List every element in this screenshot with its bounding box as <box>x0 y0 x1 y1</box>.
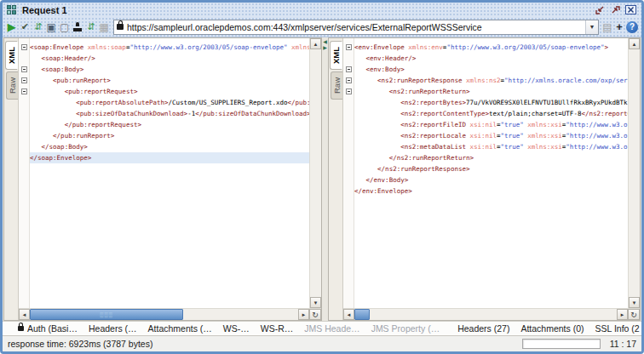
inspector-tab[interactable]: Attachments (0) <box>520 323 584 334</box>
request-vertical-scrollbar[interactable]: ▲ ▼ <box>309 38 321 308</box>
scroll-down-icon[interactable]: ▼ <box>310 297 321 308</box>
request-inspector-tabs: Auth (Basi…Headers (…Attachments (…WS-…W… <box>3 323 451 334</box>
inspector-tab[interactable]: Auth (Basi… <box>18 323 78 334</box>
collapse-right-icon[interactable]: ▶ <box>323 45 327 51</box>
refresh-icon: ↻ <box>630 311 637 319</box>
image-icon: ▣ <box>47 22 56 32</box>
validate-button[interactable]: ✔ <box>20 20 32 35</box>
scroll-left-icon[interactable]: ◄ <box>343 309 354 320</box>
refresh-icon: ↻ <box>312 311 319 319</box>
fold-toggle-icon[interactable] <box>346 77 352 83</box>
fold-toggle-icon[interactable] <box>346 66 352 72</box>
endpoint-combo[interactable]: ▼ <box>113 20 599 35</box>
memory-clock-label: 11 : 17 <box>607 339 636 349</box>
add-endpoint-button[interactable]: + <box>614 20 624 34</box>
request-toolbar: ▶ ✔ ⇵ ▣ ▢ ⇵ ▦ ▼ ▤ + ? <box>3 17 641 37</box>
request-horizontal-scrollbar[interactable]: ◄ ░░░ ► ↻ <box>19 308 321 320</box>
view-tab-raw[interactable]: Raw <box>6 71 18 100</box>
code-line[interactable]: </ns2:runReportReturn> <box>354 152 628 163</box>
scroll-up-icon[interactable]: ▲ <box>310 38 321 49</box>
request-xml-editor[interactable]: <soap:Envelope xmlns:soap="http://www.w3… <box>30 38 309 308</box>
disabled-toolbar-button: ▦ <box>99 20 111 35</box>
code-line[interactable]: <ns2:runReportResponse xmlns:ns2="http:/… <box>354 75 628 86</box>
close-icon[interactable] <box>624 4 637 15</box>
maximize-icon[interactable] <box>609 4 622 15</box>
main-split: XMLRaw <soap:Envelope xmlns:soap="http:/… <box>3 37 641 321</box>
code-line[interactable]: <ns2:reportBytes>77u/VkVORE9SX0lELFNVTU1… <box>354 97 628 108</box>
create-snapshot-button[interactable]: ▣ <box>46 20 58 35</box>
code-line[interactable]: </pub:reportRequest> <box>30 119 309 130</box>
scroll-right-icon[interactable]: ► <box>617 309 628 320</box>
fold-toggle-icon[interactable] <box>21 77 27 83</box>
fold-toggle-icon[interactable] <box>21 88 27 94</box>
fold-toggle-icon[interactable] <box>346 44 352 50</box>
code-line[interactable]: <soap:Header/> <box>30 53 309 64</box>
add-to-mock-button[interactable]: ⇵ <box>85 20 97 35</box>
code-line[interactable]: <ns2:reportLocale xsi:nil="true" xmlns:x… <box>354 130 628 141</box>
submit-request-button[interactable]: ▶ <box>6 20 18 35</box>
code-line[interactable]: </pub:runReport> <box>30 130 309 141</box>
code-line[interactable]: </env:Envelope> <box>354 186 628 197</box>
endpoint-edit-button: ▤ <box>602 20 612 34</box>
scroll-down-icon[interactable]: ▼ <box>629 297 640 308</box>
status-bar: response time: 6923ms (3787 bytes) 11 : … <box>3 335 641 351</box>
code-line[interactable]: </soap:Envelope> <box>30 152 309 163</box>
code-line[interactable]: <ns2:reportContentType>text/plain;charse… <box>354 108 628 119</box>
inspector-tab[interactable]: Headers (… <box>89 323 137 334</box>
code-line[interactable]: </soap:Body> <box>30 141 309 152</box>
code-line[interactable]: <env:Header/> <box>354 53 628 64</box>
code-line[interactable]: <pub:reportRequest> <box>30 86 309 97</box>
scroll-up-icon[interactable]: ▲ <box>629 38 640 49</box>
endpoint-url-input[interactable] <box>127 22 585 32</box>
split-divider[interactable]: ◀ ▶ <box>322 37 328 321</box>
clear-request-button[interactable]: ▢ <box>59 20 71 35</box>
fold-toggle-icon[interactable] <box>346 88 352 94</box>
transfer-arrows-icon: ⇵ <box>34 22 42 31</box>
help-icon: ? <box>626 21 638 33</box>
scrollbar-thumb[interactable]: ░░░ <box>30 309 183 320</box>
title-bar[interactable]: Request 1 <box>3 3 641 17</box>
code-line[interactable]: <env:Body> <box>354 64 628 75</box>
response-xml-editor[interactable]: <env:Envelope xmlns:env="http://www.w3.o… <box>354 38 628 308</box>
code-line[interactable]: <soap:Body> <box>30 64 309 75</box>
collapse-left-icon[interactable]: ◀ <box>323 39 327 45</box>
request-window: Request 1 ▶ ✔ ⇵ ▣ ▢ ⇵ ▦ ▼ ▤ + ? XMLRa <box>0 0 644 354</box>
chevron-down-icon: ▼ <box>589 24 595 30</box>
help-button[interactable]: ? <box>626 20 638 34</box>
code-line[interactable]: </ns2:runReportResponse> <box>354 163 628 174</box>
fold-toggle-icon[interactable] <box>21 44 27 50</box>
fold-gutter <box>19 38 30 308</box>
inspector-tab[interactable]: WS-R… <box>261 323 294 334</box>
code-line[interactable]: <env:Envelope xmlns:env="http://www.w3.o… <box>354 42 628 53</box>
code-line[interactable]: <pub:runReport> <box>30 75 309 86</box>
fold-toggle-icon[interactable] <box>21 66 27 72</box>
view-tab-raw[interactable]: Raw <box>331 71 342 100</box>
inspector-tab[interactable]: Attachments (… <box>148 323 212 334</box>
view-tab-xml[interactable]: XML <box>330 41 342 70</box>
scroll-right-icon[interactable]: ► <box>298 309 309 320</box>
scrollbar-thumb[interactable] <box>354 309 370 320</box>
inspector-tab[interactable]: SSL Info (2 certs) <box>595 323 644 334</box>
view-tab-xml[interactable]: XML <box>5 41 18 70</box>
editor-corner-button[interactable]: ↻ <box>628 309 640 320</box>
empty-square-icon: ▢ <box>60 22 69 32</box>
code-line[interactable]: <pub:reportAbsolutePath>/Custom/US_SUPPL… <box>30 97 309 108</box>
restore-icon[interactable] <box>594 4 607 15</box>
code-line[interactable]: <ns2:reportFileID xsi:nil="true" xmlns:x… <box>354 119 628 130</box>
code-line[interactable]: </env:Body> <box>354 174 628 186</box>
code-line[interactable]: <ns2:runReportReturn> <box>354 86 628 97</box>
inspector-tab[interactable]: WS-… <box>223 323 250 334</box>
window-title: Request 1 <box>22 5 67 15</box>
code-line[interactable]: <soap:Envelope xmlns:soap="http://www.w3… <box>30 42 309 53</box>
inspector-tab[interactable]: Headers (27) <box>457 323 509 334</box>
response-vertical-scrollbar[interactable]: ▲ ▼ <box>628 38 640 308</box>
response-horizontal-scrollbar[interactable]: ◄ ► ↻ <box>343 308 640 320</box>
endpoint-dropdown-button[interactable]: ▼ <box>585 20 598 34</box>
code-line[interactable]: <ns2:metaDataList xsi:nil="true" xmlns:x… <box>354 141 628 152</box>
code-line[interactable]: <pub:sizeOfDataChunkDownload>-1</pub:siz… <box>30 108 309 119</box>
scroll-left-icon[interactable]: ◄ <box>19 309 30 320</box>
response-time-label: response time: 6923ms (3787 bytes) <box>8 339 152 349</box>
editor-corner-button[interactable]: ↻ <box>309 309 321 320</box>
recreate-request-button[interactable] <box>72 20 84 35</box>
add-to-testcase-button[interactable]: ⇵ <box>32 20 44 35</box>
